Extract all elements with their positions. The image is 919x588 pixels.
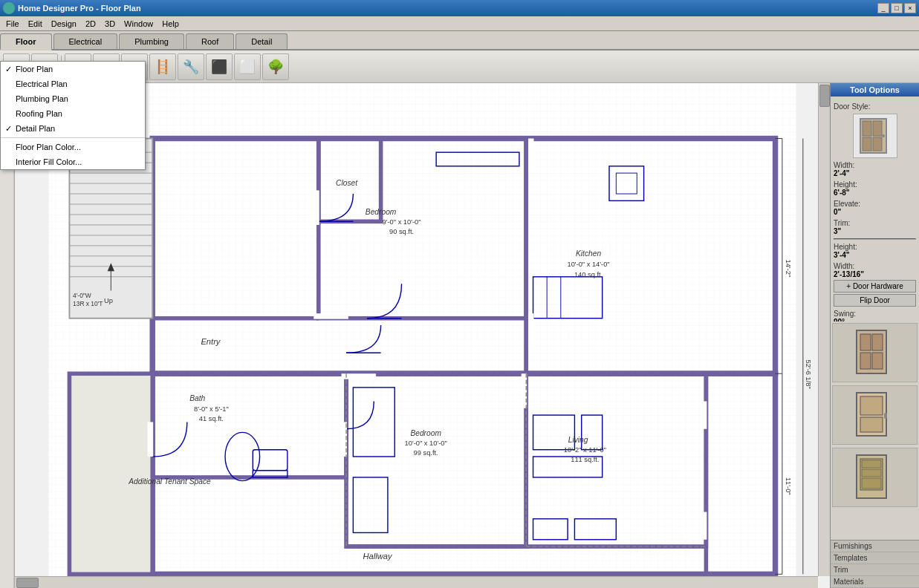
height-label: Height:: [834, 180, 916, 189]
svg-text:11'-0": 11'-0": [785, 477, 792, 495]
svg-rect-16: [69, 373, 152, 574]
svg-rect-116: [862, 460, 881, 468]
door-thumbnails: [831, 321, 919, 540]
title-bar: Home Designer Pro - Floor Plan _ □ ×: [0, 0, 919, 16]
toolbar-fixture[interactable]: 🔧: [178, 53, 204, 80]
svg-rect-101: [873, 121, 882, 136]
tab-plumbing[interactable]: Plumbing: [119, 33, 184, 49]
dropdown-electrical-plan[interactable]: Electrical Plan: [1, 76, 145, 91]
svg-text:Living: Living: [568, 436, 588, 444]
vertical-scrollbar[interactable]: [818, 83, 830, 576]
svg-rect-89: [528, 313, 533, 348]
title-bar-left: Home Designer Pro - Floor Plan: [3, 2, 141, 14]
svg-rect-90: [148, 422, 153, 457]
menu-edit[interactable]: Edit: [24, 18, 47, 30]
width2-label: Width:: [834, 262, 916, 270]
svg-rect-87: [314, 313, 348, 318]
svg-text:Bedroom: Bedroom: [410, 429, 441, 437]
tool-options-body: Door Style: Width: 2'-4" Height: 6'-8" E…: [831, 97, 919, 321]
tab-detail[interactable]: Detail: [236, 33, 288, 49]
bottom-tab-furnishings[interactable]: Furnishings: [831, 540, 919, 552]
trim-label: Trim:: [834, 219, 916, 227]
svg-text:140 sq.ft.: 140 sq.ft.: [574, 271, 603, 278]
svg-rect-117: [862, 469, 881, 477]
toolbar-cabinet[interactable]: ⬛: [206, 53, 233, 80]
bottom-tab-trim[interactable]: Trim: [831, 564, 919, 576]
svg-text:Closet: Closet: [336, 179, 358, 187]
svg-text:8'-0" x 5'-1": 8'-0" x 5'-1": [194, 405, 229, 413]
menu-help[interactable]: Help: [158, 18, 184, 30]
bottom-tab-templates[interactable]: Templates: [831, 552, 919, 564]
horizontal-scrollbar[interactable]: [15, 576, 818, 588]
right-panel: Tool Options Door Style: Width: 2'-4" He…: [830, 83, 919, 588]
svg-text:10'-0" x 10'-0": 10'-0" x 10'-0": [405, 440, 447, 447]
menu-window[interactable]: Window: [120, 18, 158, 30]
svg-text:Kitchen: Kitchen: [576, 249, 601, 258]
svg-text:14'-2": 14'-2": [785, 260, 792, 278]
maximize-button[interactable]: □: [891, 3, 903, 13]
svg-text:41 sq.ft.: 41 sq.ft.: [199, 415, 224, 422]
trim-value: 3": [834, 227, 916, 235]
door-preview: [853, 114, 897, 158]
tab-roof[interactable]: Roof: [186, 33, 234, 49]
bottom-tabs: Furnishings Templates Trim Materials: [831, 540, 919, 588]
elevate-label: Elevate:: [834, 200, 916, 208]
swing-label: Swing:: [834, 310, 916, 318]
svg-text:111 sq.ft.: 111 sq.ft.: [571, 456, 599, 463]
svg-rect-111: [860, 396, 883, 415]
door-hardware-button[interactable]: + Door Hardware: [834, 280, 916, 293]
svg-rect-118: [862, 478, 881, 489]
svg-text:10'-2" x 11'-0": 10'-2" x 11'-0": [564, 446, 606, 454]
height2-label: Height:: [834, 243, 916, 251]
toolbar-terrain[interactable]: 🌳: [262, 53, 289, 80]
dropdown-floor-plan-color[interactable]: Floor Plan Color...: [1, 140, 145, 154]
width2-value: 2'-13/16": [834, 270, 916, 278]
svg-text:Additional Tenant Space: Additional Tenant Space: [128, 477, 211, 486]
svg-text:Up: Up: [104, 297, 113, 304]
dropdown-interior-fill-color[interactable]: Interior Fill Color...: [1, 154, 145, 169]
svg-text:99 sq.ft.: 99 sq.ft.: [414, 449, 438, 457]
svg-text:9'-0" x 10'-0": 9'-0" x 10'-0": [383, 218, 421, 226]
menu-3d[interactable]: 3D: [100, 18, 120, 30]
bottom-tab-materials[interactable]: Materials: [831, 576, 919, 588]
door-style-label: Door Style:: [834, 102, 916, 111]
svg-rect-106: [860, 334, 871, 350]
dropdown-detail-plan[interactable]: Detail Plan: [1, 121, 145, 136]
flip-door-button[interactable]: Flip Door: [834, 294, 916, 307]
svg-text:52'-6 1/8": 52'-6 1/8": [805, 360, 812, 389]
width-label: Width:: [834, 161, 916, 169]
svg-text:10'-0" x 14'-0": 10'-0" x 14'-0": [567, 261, 609, 268]
svg-rect-107: [872, 334, 883, 350]
elevate-value: 0": [834, 208, 916, 216]
svg-rect-112: [860, 417, 883, 432]
dropdown-roofing-plan[interactable]: Roofing Plan: [1, 106, 145, 121]
dropdown-separator: [1, 137, 145, 138]
dropdown-plumbing-plan[interactable]: Plumbing Plan: [1, 91, 145, 106]
svg-rect-3: [48, 83, 796, 588]
door-thumb-3[interactable]: [832, 448, 918, 507]
svg-rect-95: [701, 512, 707, 540]
svg-rect-100: [863, 121, 871, 136]
svg-text:Bedroom: Bedroom: [366, 208, 397, 216]
svg-rect-93: [522, 373, 527, 408]
tool-options-header: Tool Options: [831, 83, 919, 97]
tab-electrical[interactable]: Electrical: [53, 33, 118, 49]
dropdown-floor-plan[interactable]: Floor Plan: [1, 62, 145, 76]
toolbar-stair[interactable]: 🪜: [149, 53, 176, 80]
menu-file[interactable]: File: [1, 18, 24, 30]
tab-floor[interactable]: Floor: [0, 33, 52, 50]
toolbar-room[interactable]: ⬜: [234, 53, 261, 80]
door-thumb-1[interactable]: [832, 323, 918, 382]
door-thumb-2[interactable]: [832, 385, 918, 445]
floor-dropdown-menu: Floor Plan Electrical Plan Plumbing Plan…: [0, 61, 146, 170]
svg-rect-108: [860, 353, 871, 369]
height2-value: 3'-4": [834, 251, 916, 259]
svg-text:13R x 10'T: 13R x 10'T: [73, 300, 103, 307]
minimize-button[interactable]: _: [877, 3, 889, 13]
svg-rect-94: [701, 401, 707, 428]
menu-2d[interactable]: 2D: [81, 18, 100, 30]
menu-design[interactable]: Design: [47, 18, 81, 30]
title-bar-text: Home Designer Pro - Floor Plan: [18, 4, 141, 13]
close-button[interactable]: ×: [904, 3, 916, 13]
app-icon: [3, 2, 15, 14]
